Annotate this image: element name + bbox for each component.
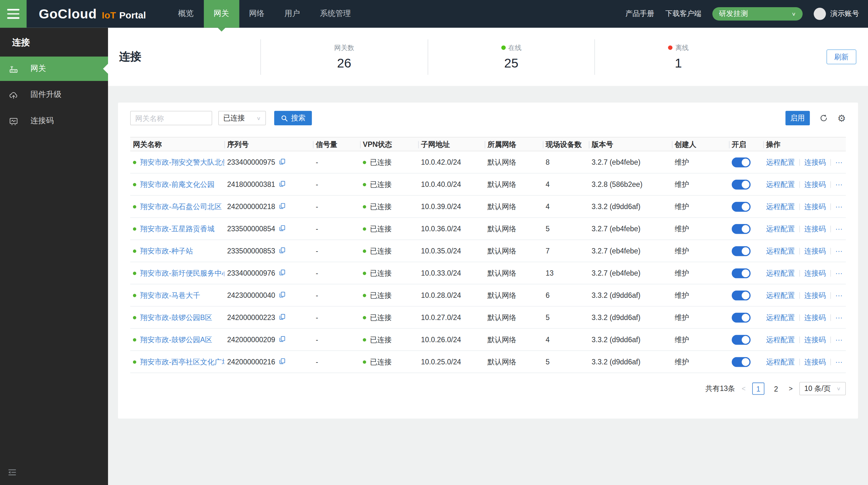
copy-icon[interactable]: [279, 291, 286, 300]
refresh-button[interactable]: 刷新: [827, 49, 857, 64]
nav-tab[interactable]: 系统管理: [310, 0, 361, 28]
more-actions-link[interactable]: ···: [835, 225, 842, 233]
collapse-sidebar-icon[interactable]: [6, 467, 18, 480]
top-nav-tabs: 概览 网关 网络 用户 系统管理: [168, 0, 361, 28]
gateway-name-search-input[interactable]: [130, 111, 212, 125]
prev-page-arrow[interactable]: <: [741, 385, 747, 393]
remote-config-link[interactable]: 远程配置: [766, 202, 795, 211]
page-number-2[interactable]: 2: [770, 382, 782, 395]
table-row: 翔安市政-新圩便民服务中心 233400000976: [130, 262, 846, 284]
device-count: 5: [543, 358, 589, 366]
remote-config-link[interactable]: 远程配置: [766, 268, 795, 278]
search-button[interactable]: 搜索: [274, 111, 312, 125]
page-number-1[interactable]: 1: [752, 382, 764, 395]
gateway-name-link[interactable]: 翔安市政-前庵文化公园: [140, 179, 215, 189]
page-size-select[interactable]: 10 条/页 ∨: [799, 382, 846, 395]
enable-toggle[interactable]: [732, 335, 751, 345]
column-header: 创建人: [672, 138, 729, 152]
copy-icon[interactable]: [279, 180, 286, 189]
signal-value: -: [313, 358, 360, 366]
copy-icon[interactable]: [279, 224, 286, 233]
enable-toggle[interactable]: [732, 246, 751, 256]
more-actions-link[interactable]: ···: [835, 158, 842, 167]
remote-config-link[interactable]: 远程配置: [766, 335, 795, 345]
remote-config-link[interactable]: 远程配置: [766, 157, 795, 167]
gateway-name-link[interactable]: 翔安市政-乌石盘公司北区: [140, 202, 222, 211]
enable-toggle[interactable]: [732, 268, 751, 278]
nav-tab[interactable]: 概览: [168, 0, 204, 28]
serial-number: 242000000209: [227, 335, 275, 344]
copy-icon[interactable]: [279, 313, 286, 321]
enable-toggle[interactable]: [732, 357, 751, 367]
enable-toggle[interactable]: [732, 290, 751, 300]
enable-toggle[interactable]: [732, 157, 751, 167]
column-header: 序列号: [224, 138, 313, 152]
hamburger-menu-icon[interactable]: [0, 0, 27, 28]
connect-code-link[interactable]: 连接码: [804, 224, 826, 234]
status-dot: [668, 45, 673, 50]
network-name: 默认网络: [485, 246, 542, 256]
more-actions-link[interactable]: ···: [835, 291, 842, 299]
connect-code-link[interactable]: 连接码: [804, 268, 826, 278]
gateway-name-link[interactable]: 翔安市政-鼓锣公园B区: [140, 313, 212, 322]
environment-select[interactable]: 研发挂测 ∨: [712, 7, 802, 21]
enable-button[interactable]: 启用: [785, 111, 810, 125]
connect-code-link[interactable]: 连接码: [804, 202, 826, 211]
more-actions-link[interactable]: ···: [835, 180, 842, 189]
connect-code-link[interactable]: 连接码: [804, 157, 826, 167]
more-actions-link[interactable]: ···: [835, 247, 842, 255]
sidebar-item-gateway[interactable]: 网关: [0, 57, 108, 81]
gateway-name-link[interactable]: 翔安市政-鼓锣公园A区: [140, 335, 212, 345]
remote-config-link[interactable]: 远程配置: [766, 179, 795, 189]
gateway-name-link[interactable]: 翔安市政-西亭社区文化广场: [140, 357, 224, 367]
download-client-link[interactable]: 下载客户端: [665, 9, 701, 19]
copy-icon[interactable]: [279, 158, 286, 167]
vpn-status-dot: [363, 183, 366, 186]
gateway-name-link[interactable]: 翔安市政-马巷大千: [140, 290, 200, 300]
enable-toggle[interactable]: [732, 179, 751, 189]
connect-code-link[interactable]: 连接码: [804, 313, 826, 322]
account-menu[interactable]: 演示账号: [814, 8, 859, 20]
connect-code-link[interactable]: 连接码: [804, 335, 826, 345]
product-manual-link[interactable]: 产品手册: [625, 9, 654, 19]
sidebar-item-connect-code[interactable]: 连接码: [0, 109, 108, 133]
more-actions-link[interactable]: ···: [835, 313, 842, 321]
gateway-name-link[interactable]: 翔安市政-种子站: [140, 246, 193, 256]
gateway-name-link[interactable]: 翔安市政-五星路贡香城: [140, 224, 215, 234]
copy-icon[interactable]: [279, 269, 286, 278]
remote-config-link[interactable]: 远程配置: [766, 313, 795, 322]
gateway-name-link[interactable]: 翔安市政-翔安交警大队北侧: [140, 157, 224, 167]
more-actions-link[interactable]: ···: [835, 358, 842, 366]
connect-code-link[interactable]: 连接码: [804, 357, 826, 367]
vpn-status: 已连接: [370, 224, 392, 234]
nav-tab[interactable]: 网关: [204, 0, 239, 28]
remote-config-link[interactable]: 远程配置: [766, 246, 795, 256]
enable-toggle[interactable]: [732, 224, 751, 234]
vpn-status-dot: [363, 360, 366, 364]
gateway-name-link[interactable]: 翔安市政-新圩便民服务中心: [140, 268, 224, 278]
enable-toggle[interactable]: [732, 313, 751, 322]
more-actions-link[interactable]: ···: [835, 335, 842, 344]
copy-icon[interactable]: [279, 357, 286, 366]
nav-tab[interactable]: 用户: [274, 0, 310, 28]
copy-icon[interactable]: [279, 247, 286, 255]
status-filter-select[interactable]: 已连接 ∨: [218, 111, 266, 125]
remote-config-link[interactable]: 远程配置: [766, 290, 795, 300]
nav-tab[interactable]: 网络: [239, 0, 275, 28]
reload-table-icon[interactable]: [819, 114, 828, 122]
remote-config-link[interactable]: 远程配置: [766, 357, 795, 367]
more-actions-link[interactable]: ···: [835, 202, 842, 211]
sidebar-item-firmware-upgrade[interactable]: 固件升级: [0, 83, 108, 107]
remote-config-link[interactable]: 远程配置: [766, 224, 795, 234]
connect-code-link[interactable]: 连接码: [804, 290, 826, 300]
connect-code-link[interactable]: 连接码: [804, 179, 826, 189]
gear-icon[interactable]: ⚙: [837, 113, 846, 123]
copy-icon[interactable]: [279, 202, 286, 211]
table-body: 翔安市政-翔安交警大队北侧 233400000975: [130, 151, 846, 373]
online-dot: [133, 271, 136, 275]
enable-toggle[interactable]: [732, 202, 751, 211]
next-page-arrow[interactable]: >: [788, 385, 794, 393]
connect-code-link[interactable]: 连接码: [804, 246, 826, 256]
more-actions-link[interactable]: ···: [835, 269, 842, 277]
copy-icon[interactable]: [279, 335, 286, 344]
